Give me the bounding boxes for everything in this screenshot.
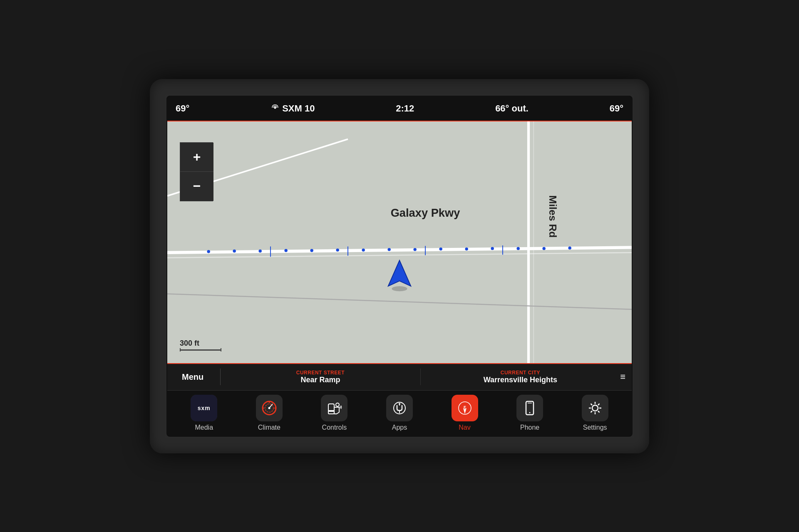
bottom-nav-bar: sxm Media (167, 390, 632, 436)
scale-line (180, 349, 221, 351)
clock: 2:12 (396, 103, 414, 114)
nav-item-controls[interactable]: Controls (313, 391, 355, 435)
settings-label: Settings (583, 424, 607, 431)
apps-label: Apps (392, 424, 407, 431)
svg-point-10 (336, 248, 339, 251)
svg-point-11 (362, 248, 365, 251)
radio-icon (270, 103, 280, 114)
svg-rect-1 (167, 121, 632, 363)
media-icon-container: sxm (191, 395, 217, 421)
svg-point-34 (268, 407, 270, 409)
svg-point-48 (529, 412, 531, 413)
current-city-info: Current City Warrensville Heights (429, 370, 612, 384)
hamburger-menu-icon[interactable]: ≡ (620, 371, 625, 382)
svg-point-15 (465, 247, 468, 250)
svg-point-19 (568, 246, 571, 249)
svg-line-55 (591, 404, 592, 406)
phone-icon (521, 399, 539, 417)
settings-icon (586, 399, 604, 417)
zoom-controls: + − (180, 142, 213, 201)
climate-label: Climate (258, 424, 280, 431)
svg-point-5 (207, 250, 210, 253)
interior-temp: 69° (176, 103, 189, 114)
sxm-logo-icon: sxm (191, 395, 217, 421)
svg-point-13 (413, 248, 416, 251)
scale-bar: 300 ft (180, 339, 221, 351)
controls-label: Controls (322, 424, 347, 431)
svg-point-40 (336, 403, 339, 406)
nav-item-climate[interactable]: Climate (248, 391, 290, 435)
current-street-value: Near Ramp (300, 376, 340, 384)
svg-point-8 (284, 249, 287, 252)
apps-icon-container (386, 395, 413, 421)
svg-text:E: E (464, 405, 466, 409)
nav-item-apps[interactable]: Apps (379, 391, 420, 435)
svg-point-42 (399, 403, 400, 405)
media-label: Media (195, 424, 213, 431)
svg-point-9 (310, 249, 313, 252)
climate-icon (260, 399, 278, 417)
current-city-label: Current City (501, 370, 540, 376)
svg-text:Miles Rd: Miles Rd (547, 195, 558, 238)
map-area[interactable]: Galaxy Pkwy Miles Rd + − 300 ft (167, 121, 632, 363)
nav-item-media[interactable]: sxm Media (183, 391, 225, 435)
svg-line-56 (598, 411, 600, 413)
svg-point-30 (392, 286, 407, 291)
svg-point-17 (516, 247, 519, 250)
status-bar: 69° SXM 10 2:12 66° out. 69° (167, 97, 632, 121)
svg-line-57 (598, 404, 600, 406)
phone-icon-container (516, 395, 543, 421)
infotainment-screen: 69° SXM 10 2:12 66° out. 69° (166, 96, 633, 437)
svg-point-12 (387, 248, 390, 251)
temp-right: 69° (610, 103, 623, 114)
svg-line-58 (591, 411, 592, 413)
nav-info-bar: Menu Current Street Near Ramp Current Ci… (167, 363, 632, 390)
svg-point-16 (491, 247, 494, 250)
scale-text: 300 ft (180, 339, 199, 348)
current-street-info: Current Street Near Ramp (229, 370, 412, 384)
nav-label: Nav (459, 424, 470, 431)
svg-point-7 (258, 249, 261, 252)
controls-icon (325, 399, 343, 417)
exterior-temp: 66° out. (495, 103, 529, 114)
svg-point-50 (592, 405, 598, 411)
car-display-bezel: 69° SXM 10 2:12 66° out. 69° (150, 79, 649, 453)
controls-icon-container (321, 395, 347, 421)
svg-point-0 (274, 106, 276, 109)
galaxy-pkwy-label: Galaxy Pkwy (391, 206, 461, 219)
apps-icon (390, 399, 409, 417)
svg-point-18 (542, 247, 545, 250)
zoom-in-button[interactable]: + (180, 143, 213, 172)
settings-icon-container (582, 395, 608, 421)
nav-icon: E (456, 399, 474, 417)
svg-point-14 (439, 247, 442, 250)
zoom-out-button[interactable]: − (180, 172, 213, 201)
climate-icon-container (256, 395, 283, 421)
current-street-label: Current Street (296, 370, 345, 376)
nav-item-phone[interactable]: Phone (509, 391, 551, 435)
nav-menu-button[interactable]: Menu (174, 372, 212, 382)
nav-icon-container: E (452, 395, 478, 421)
nav-item-settings[interactable]: Settings (574, 391, 616, 435)
nav-item-nav[interactable]: E Nav (444, 391, 486, 435)
current-city-value: Warrensville Heights (484, 376, 557, 384)
map-svg: Galaxy Pkwy Miles Rd (167, 121, 632, 363)
radio-station: SXM 10 (270, 103, 315, 114)
svg-point-6 (233, 249, 236, 252)
phone-label: Phone (520, 424, 539, 431)
